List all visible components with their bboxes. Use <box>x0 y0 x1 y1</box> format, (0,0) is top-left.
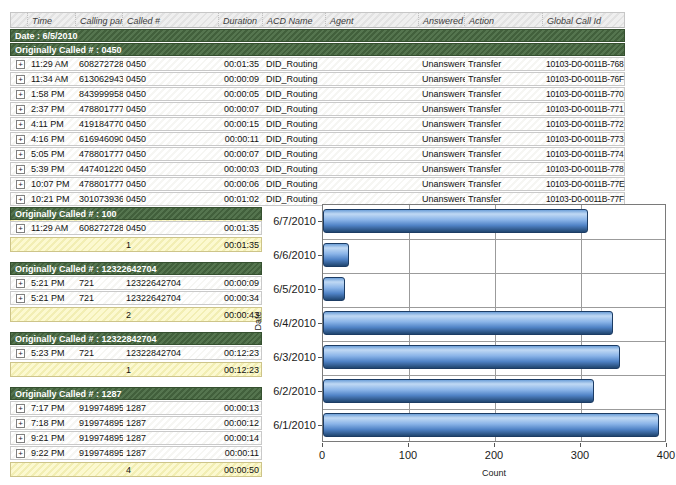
expand-icon[interactable]: + <box>16 90 25 99</box>
y-category-label: 6/6/2010 <box>273 249 316 261</box>
table-row: +5:23 PM7211232284270400:12:23 <box>10 346 262 360</box>
y-tick-mark <box>318 323 322 324</box>
summary-spacer <box>11 308 28 321</box>
time-cell: 7:17 PM <box>28 402 76 414</box>
column-header: ACD Name <box>262 12 325 28</box>
expand-icon[interactable]: + <box>16 419 25 428</box>
called-cell: 1287 <box>123 417 219 429</box>
calling-cell: 6082727287 <box>76 222 123 234</box>
expand-icon[interactable]: + <box>16 195 25 204</box>
y-category-label: 6/5/2010 <box>273 283 316 295</box>
table-row: +11:34 AM6130629432045000:00:09DID_Routi… <box>10 72 625 86</box>
table-row: +11:29 AM6082727287045000:01:35 <box>10 221 262 235</box>
chart-bar <box>323 277 345 301</box>
group-band: Originally Called # : 100 <box>10 207 262 220</box>
expand-cell: + <box>11 118 28 130</box>
table-row: +4:11 PM4191847701045000:00:15DID_Routin… <box>10 117 625 131</box>
group-summary-row: 100:12:23 <box>10 362 262 377</box>
y-category-label: 6/2/2010 <box>273 385 316 397</box>
chart-bar <box>323 311 613 335</box>
expand-icon[interactable]: + <box>16 105 25 114</box>
group-table: Originally Called # : 100+11:29 AM608272… <box>10 207 262 252</box>
x-tick-label: 300 <box>571 449 589 461</box>
answered-cell: Unanswered <box>419 58 465 70</box>
expand-icon[interactable]: + <box>16 294 25 303</box>
x-axis-title: Count <box>482 468 506 478</box>
expand-icon[interactable]: + <box>16 135 25 144</box>
column-header: Action <box>464 12 542 28</box>
expand-icon[interactable]: + <box>16 60 25 69</box>
expand-icon[interactable]: + <box>16 434 25 443</box>
called-number-cell: 0450 <box>123 133 219 145</box>
table-row: +11:29 AM6082727287045000:01:35DID_Routi… <box>10 57 625 71</box>
time-cell: 5:23 PM <box>28 347 76 359</box>
calling-party-cell: 3010739363 <box>76 193 123 205</box>
action-cell: Transfer <box>465 163 543 175</box>
summary-spacer <box>28 463 76 476</box>
time-cell: 11:29 AM <box>28 58 76 70</box>
call-detail-report: TimeCalling party #Called #DurationACD N… <box>0 0 676 485</box>
calls-by-date-chart: Date Count 01002003004006/7/20106/6/2010… <box>256 196 672 485</box>
calling-party-cell: 6169460905 <box>76 133 123 145</box>
expand-cell: + <box>11 402 28 414</box>
expand-icon[interactable]: + <box>16 279 25 288</box>
summary-count: 1 <box>123 238 219 251</box>
expand-icon[interactable]: + <box>16 180 25 189</box>
table-row: +2:37 PM4788017770045000:00:07DID_Routin… <box>10 102 625 116</box>
summary-spacer <box>28 363 76 376</box>
agent-cell <box>326 178 419 190</box>
expand-column-header <box>10 12 27 28</box>
time-cell: 9:22 PM <box>28 447 76 459</box>
answered-cell: Unanswered <box>419 148 465 160</box>
expand-icon[interactable]: + <box>16 165 25 174</box>
expand-icon[interactable]: + <box>16 150 25 159</box>
x-tick-mark <box>322 443 323 447</box>
summary-spacer <box>28 238 76 251</box>
global-call-id-cell: 10103-D0-0011B-768 <box>543 58 626 70</box>
duration-cell cellr: 00:00:07 <box>219 148 263 160</box>
calling-party-cell: 4191847701 <box>76 118 123 130</box>
x-tick-label: 400 <box>657 449 675 461</box>
chart-bar <box>323 243 349 267</box>
expand-icon[interactable]: + <box>16 449 25 458</box>
calling-party-cell: 4788017770 <box>76 103 123 115</box>
calling-cell: 9199748952 <box>76 402 123 414</box>
date-band: Date : 6/5/2010 <box>10 29 625 42</box>
summary-count: 2 <box>123 308 219 321</box>
time-cell: 10:07 PM <box>28 178 76 190</box>
expand-icon[interactable]: + <box>16 404 25 413</box>
group-table: Originally Called # : 12322842704+5:23 P… <box>10 332 262 377</box>
global-call-id-cell: 10103-D0-0011B-778 <box>543 163 626 175</box>
summary-spacer <box>76 463 123 476</box>
global-call-id-cell: 10103-D0-0011B-771 <box>543 103 626 115</box>
gridline-horizontal <box>323 239 665 240</box>
called-number-cell: 0450 <box>123 103 219 115</box>
y-axis-title: Date <box>253 311 263 330</box>
time-cell: 5:05 PM <box>28 148 76 160</box>
table-row: +9:21 PM9199748952128700:00:14 <box>10 431 262 445</box>
duration-cell cellr: 00:00:11 <box>219 133 263 145</box>
expand-cell: + <box>11 178 28 190</box>
expand-cell: + <box>11 447 28 459</box>
expand-icon[interactable]: + <box>16 224 25 233</box>
calling-cell: 9199748952 <box>76 432 123 444</box>
duration-cell cellr: 00:00:07 <box>219 103 263 115</box>
column-header: Answered <box>418 12 464 28</box>
global-call-id-cell: 10103-D0-0011B-774 <box>543 148 626 160</box>
expand-icon[interactable]: + <box>16 120 25 129</box>
expand-icon[interactable]: + <box>16 349 25 358</box>
time-cell: 5:39 PM <box>28 163 76 175</box>
calling-party-cell: 4788017770 <box>76 148 123 160</box>
group-summary-row: 200:00:43 <box>10 307 262 322</box>
answered-cell: Unanswered <box>419 163 465 175</box>
table-rows: +11:29 AM6082727287045000:01:35DID_Routi… <box>10 57 625 206</box>
gridline-horizontal <box>323 273 665 274</box>
called-number-cell: 0450 <box>123 193 219 205</box>
y-category-label: 6/7/2010 <box>273 215 316 227</box>
called-cell: 1287 <box>123 432 219 444</box>
gridline-horizontal <box>323 375 665 376</box>
gridline-horizontal <box>323 341 665 342</box>
expand-cell: + <box>11 163 28 175</box>
expand-icon[interactable]: + <box>16 75 25 84</box>
expand-cell: + <box>11 347 28 359</box>
